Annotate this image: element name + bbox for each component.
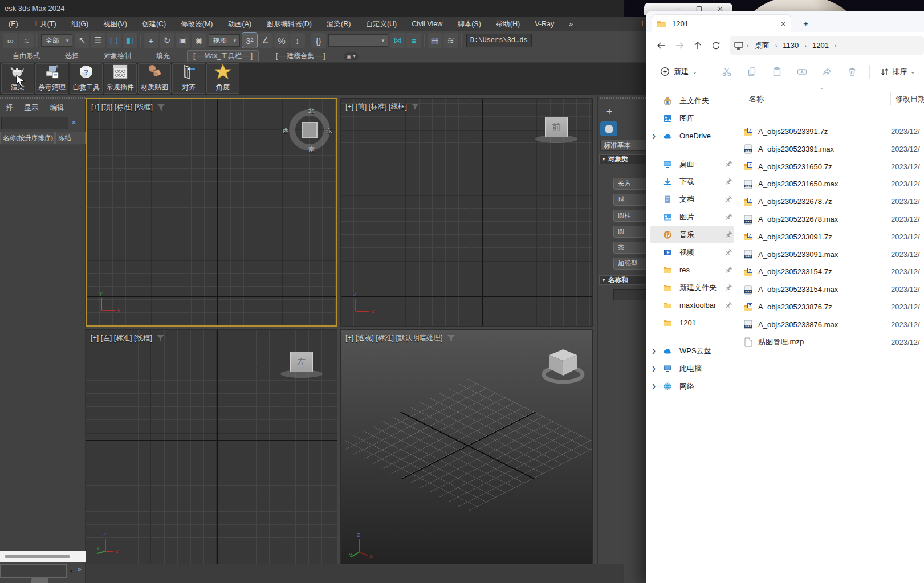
name-column-header[interactable]: 名称: [749, 94, 764, 104]
paste-icon[interactable]: [766, 62, 788, 81]
viewcube-front-face[interactable]: 前: [545, 117, 568, 137]
bottom-tab-handle[interactable]: [31, 578, 48, 583]
spinner-snap-icon[interactable]: ↕: [290, 33, 305, 48]
custom-button-自救工具[interactable]: ?自救工具: [70, 63, 103, 94]
sidebar-item-文档[interactable]: 文档: [650, 191, 734, 207]
file-row-A_objs2305233091.max[interactable]: MAXA_objs2305233091.max2023/12/: [735, 246, 924, 263]
sidebar-item-新建文件夹[interactable]: 新建文件夹: [650, 279, 734, 296]
sidebar-item-音乐[interactable]: 音乐: [650, 226, 734, 243]
bind-spacewarp-icon[interactable]: ≈: [19, 33, 34, 48]
select-by-name-icon[interactable]: ☰: [91, 33, 105, 48]
viewcube[interactable]: [542, 346, 585, 385]
reference-coordinate-dropdown[interactable]: 视图▼: [209, 34, 240, 47]
sidebar-item-OneDrive[interactable]: ❯OneDrive: [650, 128, 734, 144]
breadcrumb-1[interactable]: 桌面: [750, 40, 774, 51]
menu-item-14[interactable]: V-Ray: [527, 17, 561, 31]
sidebar-item-maxtoolbar[interactable]: maxtoolbar: [650, 297, 734, 313]
viewcube[interactable]: 北 西 东 南: [289, 109, 330, 150]
custom-button-角度[interactable]: 角度: [206, 63, 239, 94]
file-row-A_objs230523391.max[interactable]: MAXA_objs230523391.max2023/12/: [735, 140, 924, 158]
expand-chevrons-icon[interactable]: »: [78, 565, 82, 573]
geometry-category-icon[interactable]: [600, 121, 617, 136]
rect-selection-region-icon[interactable]: ▢: [107, 33, 121, 48]
named-selection-combo[interactable]: ▼: [328, 34, 388, 47]
viewcube-top-face[interactable]: [302, 122, 318, 138]
selection-filter-dropdown[interactable]: 全部▼: [41, 34, 72, 47]
file-row-A_objs2305233876.7z[interactable]: 7A_objs2305233876.7z2023/12/: [735, 298, 924, 316]
date-column-header[interactable]: 修改日期: [895, 94, 924, 104]
toolbar-overflow-icon[interactable]: ▣▾: [344, 52, 359, 60]
select-move-icon[interactable]: +: [144, 33, 158, 48]
sidebar-item-视频[interactable]: 视频: [650, 244, 734, 260]
file-row-A_objs2305231650.max[interactable]: MAXA_objs2305231650.max2023/12/: [735, 175, 924, 193]
select-object-icon[interactable]: ↖: [75, 33, 89, 48]
menu-item-4[interactable]: 视图(V): [96, 17, 135, 31]
viewport-label[interactable]: [+] [左] [标准] [线框]: [91, 333, 164, 343]
sidebar-item-res[interactable]: res: [650, 262, 734, 278]
menu-item-7[interactable]: 动画(A): [220, 17, 259, 31]
viewport-perspective[interactable]: [+] [透视] [标准] [默认明暗处理] Z Y X: [340, 329, 593, 564]
viewport-front[interactable]: [+] [前] [标准] [线框] 前 Z X: [340, 98, 593, 327]
viewcube-north-label[interactable]: 北: [308, 107, 315, 115]
filter-funnel-icon[interactable]: [157, 335, 164, 341]
up-icon[interactable]: [689, 37, 707, 54]
toolbar-tab-4[interactable]: 填充: [144, 51, 182, 61]
chevron-expand-icon[interactable]: ❯: [650, 133, 658, 139]
expand-chevrons-icon[interactable]: »: [72, 118, 76, 126]
sort-ascending-icon[interactable]: ⌃: [820, 88, 824, 93]
sidebar-item-图库[interactable]: 图库: [650, 110, 734, 127]
custom-button-常规插件[interactable]: 常规插件: [104, 63, 137, 94]
copy-icon[interactable]: [740, 62, 763, 81]
scene-explorer-list[interactable]: [0, 145, 85, 551]
menu-item-2[interactable]: 工具(T): [26, 17, 64, 31]
file-row-A_objs2305231650.7z[interactable]: 7A_objs2305231650.7z2023/12/: [735, 158, 924, 176]
sidebar-item-图片[interactable]: 图片: [650, 209, 734, 225]
share-icon[interactable]: [816, 62, 838, 81]
filter-funnel-icon[interactable]: [447, 335, 455, 341]
file-row-A_objs2305233091.7z[interactable]: 7A_objs2305233091.7z2023/12/: [735, 228, 924, 246]
sidebar-item-1201[interactable]: 1201: [650, 315, 734, 331]
chevron-expand-icon[interactable]: ❯: [650, 366, 658, 372]
angle-snap-icon[interactable]: ∠: [258, 33, 273, 48]
viewcube[interactable]: 左: [290, 352, 323, 378]
curve-editor-icon[interactable]: ▦: [428, 33, 442, 48]
sidebar-item-WPS云盘[interactable]: ❯WPS云盘: [650, 343, 734, 359]
menu-item-3[interactable]: 组(G): [64, 17, 96, 31]
sidebar-item-下载[interactable]: 下载: [650, 173, 734, 190]
chevron-expand-icon[interactable]: ❯: [650, 348, 658, 354]
sidebar-item-主文件夹[interactable]: 主文件夹: [650, 92, 734, 109]
chevron-expand-icon[interactable]: ❯: [650, 384, 658, 389]
cut-icon[interactable]: [715, 62, 738, 81]
file-row-A_objs2305233154.7z[interactable]: 7A_objs2305233154.7z2023/12/: [735, 263, 924, 280]
scene-explorer-tab-3[interactable]: 编辑: [44, 103, 70, 115]
custom-button-材质贴图[interactable]: 材质贴图: [138, 63, 171, 94]
scene-explorer-search-input[interactable]: [1, 117, 68, 129]
sidebar-item-此电脑[interactable]: ❯此电脑: [650, 360, 734, 377]
panel-drag-handle[interactable]: [0, 97, 86, 101]
horizontal-scrollbar[interactable]: [0, 551, 86, 562]
tab-close-icon[interactable]: ✕: [780, 20, 786, 28]
scrollbar-thumb[interactable]: [5, 555, 70, 558]
viewport-label[interactable]: [+] [前] [标准] [线框]: [345, 102, 419, 112]
new-button[interactable]: 新建 ⌄: [654, 63, 703, 80]
viewport-top[interactable]: [+] [顶] [标准] [线框] 北 西 东 南 Y X: [86, 98, 337, 327]
use-pivot-center-icon[interactable]: ◉: [192, 33, 206, 48]
project-path-field[interactable]: D:\Users\3d…ds: [466, 34, 532, 47]
menu-item-5[interactable]: 创建(C): [135, 17, 173, 31]
select-scale-icon[interactable]: ▣: [176, 33, 190, 48]
menu-item-9[interactable]: 渲染(R): [319, 17, 358, 31]
align-icon[interactable]: ≡: [406, 33, 421, 48]
named-selection-sets-icon[interactable]: {}: [311, 33, 326, 48]
viewcube-south-label[interactable]: 南: [308, 145, 315, 154]
panel-drag-handle[interactable]: [600, 97, 646, 99]
file-row-A_objs2305232678.max[interactable]: MAXA_objs2305232678.max2023/12/: [735, 210, 924, 228]
refresh-icon[interactable]: [707, 37, 725, 54]
sidebar-item-网络[interactable]: ❯网络: [650, 378, 734, 394]
snap-toggle-3d-icon[interactable]: 3²: [242, 33, 257, 48]
create-tab-icon[interactable]: ＋: [601, 103, 617, 118]
toolbar-tab-2[interactable]: 选择: [52, 51, 91, 61]
file-row-A_objs230523391.7z[interactable]: 7A_objs230523391.7z2023/12/: [735, 123, 924, 140]
select-rotate-icon[interactable]: ↻: [160, 33, 174, 48]
percent-snap-icon[interactable]: %: [274, 33, 289, 48]
menu-item-6[interactable]: 修改器(M): [173, 17, 220, 31]
